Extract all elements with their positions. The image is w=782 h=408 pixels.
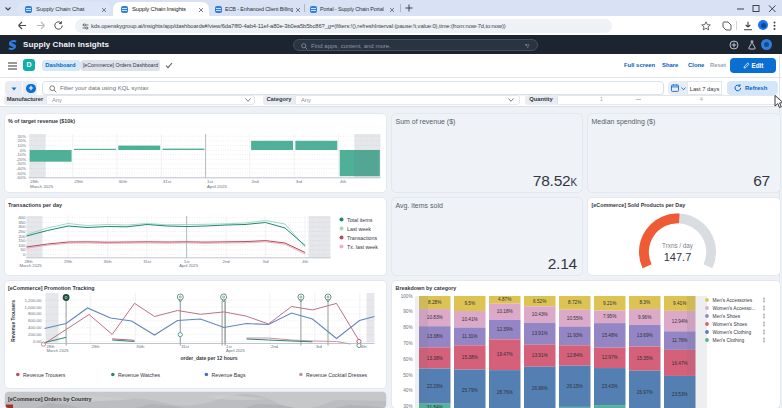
- svg-text:40%: 40%: [403, 388, 412, 393]
- svg-text:26.96%: 26.96%: [532, 386, 548, 391]
- svg-text:31st: 31st: [162, 179, 171, 184]
- svg-text:3rd: 3rd: [262, 259, 269, 264]
- svg-text:90%: 90%: [403, 309, 412, 314]
- svg-text:4th: 4th: [360, 344, 366, 349]
- svg-text:11.76%: 11.76%: [672, 338, 688, 343]
- svg-text:29th: 29th: [64, 259, 73, 264]
- svg-text:Men's Shoes: Men's Shoes: [713, 314, 741, 319]
- svg-text:1,000.00: 1,000.00: [24, 305, 42, 310]
- svg-text:8.72%: 8.72%: [568, 300, 581, 305]
- svg-text:23.53%: 23.53%: [672, 392, 688, 397]
- svg-text:28.76%: 28.76%: [497, 390, 513, 395]
- svg-text:0: 0: [23, 252, 26, 257]
- svg-text:2nd: 2nd: [270, 344, 278, 349]
- svg-text:22.29%: 22.29%: [427, 384, 443, 389]
- svg-text:26.97%: 26.97%: [637, 390, 653, 395]
- svg-text:2nd: 2nd: [222, 259, 230, 264]
- svg-text:147.7: 147.7: [664, 251, 692, 263]
- svg-text:23.43%: 23.43%: [602, 384, 618, 389]
- svg-text:2nd: 2nd: [251, 179, 259, 184]
- svg-text:12.39%: 12.39%: [497, 327, 513, 332]
- svg-text:600.00: 600.00: [28, 318, 42, 323]
- svg-text:0.00: 0.00: [32, 339, 41, 344]
- svg-text:10.83%: 10.83%: [427, 315, 443, 320]
- svg-text:3rd: 3rd: [295, 179, 302, 184]
- svg-text:15.35%: 15.35%: [637, 356, 653, 361]
- svg-text:Trxns / day: Trxns / day: [662, 242, 694, 250]
- svg-text:12.94%: 12.94%: [672, 319, 688, 324]
- svg-text:8.28%: 8.28%: [428, 300, 441, 305]
- svg-text:30th: 30th: [118, 179, 127, 184]
- svg-text:Women's Shoes: Women's Shoes: [713, 322, 748, 327]
- svg-text:April 2025: April 2025: [207, 184, 227, 189]
- svg-text:6.52%: 6.52%: [533, 299, 546, 304]
- svg-text:50%: 50%: [403, 373, 412, 378]
- svg-text:13.91%: 13.91%: [532, 353, 548, 358]
- svg-text:-60%: -60%: [16, 175, 26, 180]
- svg-text:200.00: 200.00: [28, 332, 42, 337]
- svg-text:400.00: 400.00: [28, 325, 42, 330]
- svg-text:13.91%: 13.91%: [532, 331, 548, 336]
- svg-text:25.79%: 25.79%: [462, 388, 478, 393]
- svg-text:Total items: Total items: [347, 217, 373, 223]
- svg-text:Revenue Trousers: Revenue Trousers: [23, 372, 66, 378]
- svg-text:Transactions: Transactions: [347, 235, 377, 241]
- svg-text:order_date per 12 hours: order_date per 12 hours: [180, 355, 237, 361]
- svg-text:30%: 30%: [403, 404, 412, 408]
- svg-text:Tx. last week: Tx. last week: [347, 244, 378, 250]
- svg-text:12.84%: 12.84%: [567, 353, 583, 358]
- svg-text:March 2025: March 2025: [30, 184, 54, 189]
- svg-text:11.93%: 11.93%: [567, 333, 583, 338]
- svg-text:4.87%: 4.87%: [498, 297, 511, 302]
- svg-text:30th: 30th: [136, 344, 145, 349]
- svg-text:12.97%: 12.97%: [602, 355, 618, 360]
- svg-text:1,200.00: 1,200.00: [24, 298, 42, 303]
- svg-text:13.38%: 13.38%: [427, 334, 443, 339]
- svg-text:Revenue Cocktail Dresses: Revenue Cocktail Dresses: [306, 372, 368, 378]
- svg-text:4th: 4th: [340, 179, 347, 184]
- svg-text:Last week: Last week: [347, 226, 371, 232]
- svg-text:7.95%: 7.95%: [603, 314, 616, 319]
- svg-text:100%: 100%: [401, 294, 413, 299]
- svg-text:Men's Clothing: Men's Clothing: [713, 338, 745, 343]
- svg-text:4th: 4th: [302, 259, 308, 264]
- svg-text:April 2025: April 2025: [179, 263, 199, 268]
- svg-text:30th: 30th: [103, 259, 112, 264]
- svg-text:15.48%: 15.48%: [602, 333, 618, 338]
- svg-text:31st: 31st: [143, 259, 152, 264]
- svg-text:29th: 29th: [74, 179, 83, 184]
- svg-text:March 2025: March 2025: [46, 348, 69, 353]
- svg-text:Revenue Watches: Revenue Watches: [118, 372, 161, 378]
- svg-text:13.38%: 13.38%: [427, 356, 443, 361]
- svg-text:70%: 70%: [403, 341, 412, 346]
- svg-text:16.47%: 16.47%: [672, 361, 688, 366]
- svg-text:Revenue Bags: Revenue Bags: [211, 372, 245, 378]
- svg-text:9.41%: 9.41%: [673, 301, 686, 306]
- svg-text:April 2025: April 2025: [226, 348, 246, 353]
- svg-text:9.21%: 9.21%: [603, 301, 616, 306]
- svg-text:15.38%: 15.38%: [462, 355, 478, 360]
- svg-text:8.3%: 8.3%: [639, 300, 650, 305]
- svg-text:11.31%: 11.31%: [462, 334, 478, 339]
- svg-text:80%: 80%: [403, 325, 412, 330]
- svg-text:Women's Clothing: Women's Clothing: [713, 330, 752, 335]
- svg-text:29th: 29th: [91, 344, 100, 349]
- svg-text:March 2025: March 2025: [19, 263, 42, 268]
- svg-text:10.43%: 10.43%: [532, 312, 548, 317]
- svg-text:9.96%: 9.96%: [638, 315, 651, 320]
- svg-text:10.41%: 10.41%: [462, 317, 478, 322]
- svg-text:10.18%: 10.18%: [497, 309, 513, 314]
- svg-text:10.55%: 10.55%: [567, 316, 583, 321]
- svg-text:60%: 60%: [403, 357, 412, 362]
- svg-text:800.00: 800.00: [28, 311, 42, 316]
- svg-text:Revenue Trousers: Revenue Trousers: [10, 300, 15, 342]
- svg-text:19.47%: 19.47%: [497, 352, 513, 357]
- svg-text:13.69%: 13.69%: [637, 333, 653, 338]
- svg-text:31st: 31st: [181, 344, 190, 349]
- svg-text:Women's Accesso...: Women's Accesso...: [713, 306, 756, 311]
- svg-text:26.15%: 26.15%: [567, 384, 583, 389]
- svg-text:3rd: 3rd: [315, 344, 322, 349]
- svg-text:9.5%: 9.5%: [464, 301, 475, 306]
- svg-text:Men's Accessories: Men's Accessories: [713, 298, 753, 303]
